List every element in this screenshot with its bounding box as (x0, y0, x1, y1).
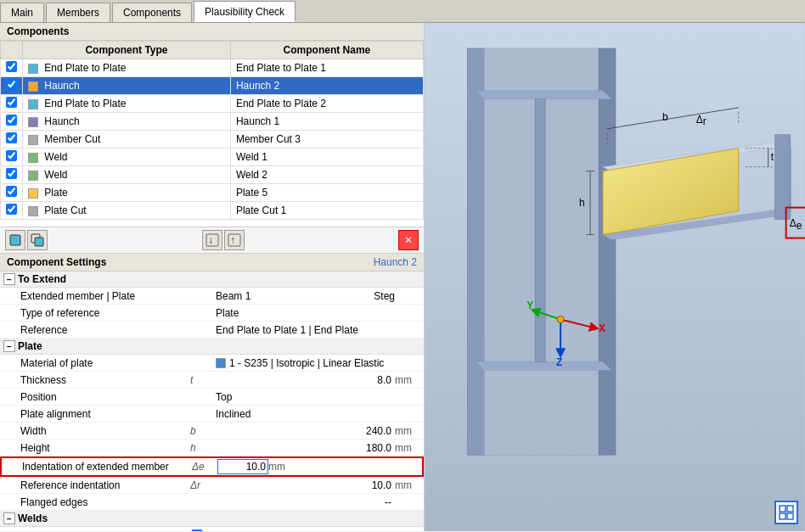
row-checkbox-5[interactable] (6, 150, 17, 161)
svg-rect-45 (787, 506, 793, 512)
svg-marker-11 (476, 91, 611, 99)
add-component-button2[interactable] (27, 230, 48, 250)
prop-reference: Reference End Plate to Plate 1 | End Pla… (0, 322, 424, 339)
col-component-type: Component Type (23, 42, 231, 59)
svg-rect-2 (35, 238, 43, 246)
component-type-3: Haunch (44, 115, 79, 127)
type-color-3 (28, 117, 38, 127)
settings-header: Component Settings Haunch 2 (0, 254, 424, 272)
component-name-8: Plate Cut 1 (230, 202, 423, 220)
row-checkbox-4[interactable] (6, 132, 17, 143)
components-toolbar: ↓ ↑ ✕ (0, 227, 424, 254)
component-type-2: End Plate to Plate (44, 98, 126, 109)
table-row[interactable]: End Plate to Plate End Plate to Plate 2 (1, 95, 424, 113)
to-extend-expand[interactable]: − (3, 273, 15, 285)
prop-flanged-edges: Flanged edges -- (0, 494, 424, 511)
svg-rect-46 (780, 513, 785, 519)
prop-width: Width b 240.0 mm (0, 423, 424, 440)
svg-rect-10 (599, 48, 616, 455)
import-button[interactable]: ↓ (202, 230, 222, 250)
component-name-6: Weld 2 (230, 166, 423, 184)
table-row[interactable]: Haunch Haunch 2 (1, 77, 424, 95)
table-row[interactable]: Haunch Haunch 1 (1, 113, 424, 131)
svg-rect-47 (787, 513, 793, 519)
svg-marker-12 (476, 361, 611, 370)
svg-text:Δr: Δr (696, 114, 706, 127)
component-type-5: Weld (44, 151, 67, 163)
components-section-header: Components (0, 23, 424, 41)
tab-bar: Main Members Components Plausibility Che… (0, 0, 805, 23)
svg-rect-44 (780, 506, 785, 512)
prop-position: Position Top (0, 389, 424, 406)
row-checkbox-2[interactable] (6, 97, 17, 108)
plate-expand[interactable]: − (3, 340, 15, 352)
type-color-0 (28, 64, 38, 74)
weld-1-checkbox[interactable] (190, 529, 204, 531)
svg-text:↑: ↑ (230, 234, 235, 246)
tab-plausibility-check[interactable]: Plausibility Check (194, 1, 296, 22)
tab-members[interactable]: Members (46, 3, 110, 22)
component-name-4: Member Cut 3 (230, 131, 423, 148)
type-color-4 (28, 135, 38, 145)
prop-type-reference: Type of reference Plate (0, 305, 424, 322)
table-row[interactable]: Plate Plate 5 (1, 184, 424, 202)
prop-extended-member: Extended member | Plate Beam 1 Steg (0, 288, 424, 305)
row-checkbox-8[interactable] (6, 204, 17, 215)
component-type-1: Haunch (44, 80, 79, 92)
svg-text:↓: ↓ (208, 234, 213, 246)
weld-row-1: Plate to extended member aw,p1 ▲ 1 - S23… (0, 527, 424, 531)
component-name-0: End Plate to Plate 1 (230, 59, 423, 77)
export-button[interactable]: ↑ (224, 230, 245, 250)
indentation-input[interactable] (217, 459, 268, 474)
row-checkbox-1[interactable] (6, 79, 17, 90)
row-checkbox-7[interactable] (6, 186, 17, 197)
svg-rect-13 (535, 99, 545, 361)
prop-thickness: Thickness t 8.0 mm (0, 372, 424, 389)
svg-text:h: h (579, 197, 585, 209)
components-table-wrapper: Component Type Component Name End Plate … (0, 41, 424, 227)
prop-height: Height h 180.0 mm (0, 440, 424, 456)
tab-main[interactable]: Main (0, 3, 44, 22)
component-name-1: Haunch 2 (230, 77, 423, 95)
type-color-8 (28, 206, 38, 216)
svg-text:b: b (662, 111, 668, 123)
component-type-7: Plate (44, 187, 67, 199)
welds-group: − Welds (0, 511, 424, 527)
prop-plate-alignment: Plate alignment Inclined (0, 406, 424, 423)
component-type-8: Plate Cut (44, 204, 86, 216)
component-type-4: Member Cut (44, 133, 100, 145)
type-color-2 (28, 99, 38, 109)
components-table: Component Type Component Name End Plate … (0, 41, 424, 220)
welds-expand[interactable]: − (3, 512, 15, 524)
delete-component-button[interactable]: ✕ (398, 230, 419, 250)
plate-group: − Plate (0, 339, 424, 355)
svg-rect-8 (467, 48, 484, 455)
svg-rect-0 (10, 235, 20, 245)
component-type-0: End Plate to Plate (44, 62, 126, 74)
row-checkbox-3[interactable] (6, 115, 17, 126)
material-color-box (216, 358, 226, 368)
table-row[interactable]: Weld Weld 2 (1, 166, 424, 184)
type-color-1 (28, 81, 38, 92)
row-checkbox-6[interactable] (6, 168, 17, 179)
3d-view-svg: Δe b h t Δr (425, 23, 805, 531)
svg-text:X: X (599, 322, 605, 334)
prop-indentation-extended: Indentation of extended member Δe mm (0, 456, 424, 477)
component-type-6: Weld (44, 169, 67, 181)
table-row[interactable]: Plate Cut Plate Cut 1 (1, 202, 424, 220)
table-row[interactable]: End Plate to Plate End Plate to Plate 1 (1, 59, 424, 77)
row-checkbox-0[interactable] (6, 61, 17, 72)
tab-components[interactable]: Components (112, 3, 192, 22)
component-name-2: End Plate to Plate 2 (230, 95, 423, 113)
bottom-bar (774, 501, 798, 524)
component-name-5: Weld 1 (230, 148, 423, 166)
col-component-name: Component Name (230, 42, 423, 59)
table-row[interactable]: Member Cut Member Cut 3 (1, 131, 424, 148)
type-color-5 (28, 153, 38, 163)
to-extend-group: − To Extend (0, 272, 424, 288)
view-button[interactable] (774, 501, 798, 524)
component-name-3: Haunch 1 (230, 113, 423, 131)
prop-material: Material of plate 1 - S235 | Isotropic |… (0, 355, 424, 372)
table-row[interactable]: Weld Weld 1 (1, 148, 424, 166)
add-component-button[interactable] (5, 230, 25, 250)
